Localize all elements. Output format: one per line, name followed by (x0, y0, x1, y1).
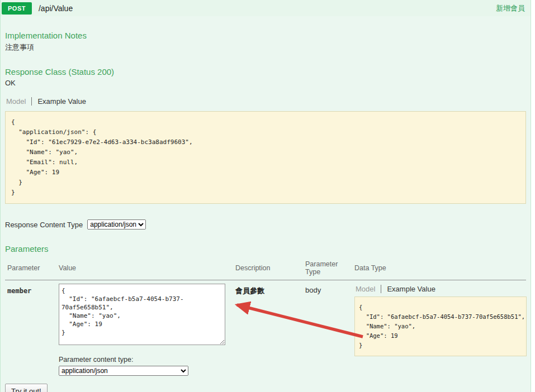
parameter-data-type-cell: ModelExample Value { "Id": "6afaebcf-b5a… (352, 280, 526, 376)
parameter-name: member (5, 280, 56, 376)
response-content-type-row: Response Content Type application/json (5, 219, 526, 230)
post-method-badge[interactable]: POST (2, 2, 32, 15)
column-header-value: Value (56, 256, 233, 280)
data-type-model-tab[interactable]: Model (354, 285, 381, 293)
response-example-value-tab[interactable]: Example Value (31, 97, 91, 106)
endpoint-path-link[interactable]: /api/Value (39, 4, 73, 13)
parameter-content-type-select[interactable]: application/json (59, 366, 188, 376)
try-it-out-button[interactable]: Try it out! (5, 384, 48, 392)
body-parameter-example-code: { "Id": "6afaebcf-b5a7-4054-b737-70af5e6… (354, 297, 527, 356)
api-operation-panel: POST /api/Value 新增會員 Implementation Note… (0, 0, 531, 392)
parameters-table: Parameter Value Description Parameter Ty… (5, 256, 526, 376)
parameter-value-textarea[interactable]: { "Id": "6afaebcf-b5a7-4054-b737-70af5e6… (59, 284, 225, 345)
operation-header: POST /api/Value 新增會員 (1, 0, 531, 16)
operation-content: Implementation Notes 注意事項 Response Class… (1, 16, 531, 392)
parameter-content-type-block: Parameter content type: application/json (59, 356, 230, 376)
column-header-parameter: Parameter (5, 256, 56, 280)
column-header-description: Description (233, 256, 303, 280)
operation-summary-link[interactable]: 新增會員 (496, 3, 525, 13)
column-header-parameter-type: Parameter Type (303, 256, 352, 280)
parameter-row-member: member { "Id": "6afaebcf-b5a7-4054-b737-… (5, 280, 526, 376)
parameters-heading: Parameters (5, 244, 526, 254)
response-signature-tabs: ModelExample Value (5, 97, 526, 106)
column-header-data-type: Data Type (352, 256, 526, 280)
response-content-type-label: Response Content Type (5, 221, 83, 229)
response-class-heading: Response Class (Status 200) (5, 67, 526, 77)
data-type-signature-tabs: ModelExample Value (354, 285, 523, 293)
response-example-code: { "application/json": { "Id": "61ec7929-… (5, 111, 526, 204)
response-status-text: OK (5, 79, 526, 87)
response-model-tab[interactable]: Model (5, 97, 31, 106)
parameter-content-type-label: Parameter content type: (59, 356, 133, 364)
parameters-header-row: Parameter Value Description Parameter Ty… (5, 256, 526, 280)
parameter-description: 會員參數 (233, 280, 303, 376)
implementation-notes-heading: Implementation Notes (5, 31, 526, 40)
implementation-notes-text: 注意事項 (5, 42, 526, 52)
parameter-type: body (303, 280, 352, 376)
response-content-type-select[interactable]: application/json (87, 219, 146, 230)
parameter-value-cell: { "Id": "6afaebcf-b5a7-4054-b737-70af5e6… (56, 280, 233, 376)
data-type-example-value-tab[interactable]: Example Value (381, 285, 441, 293)
